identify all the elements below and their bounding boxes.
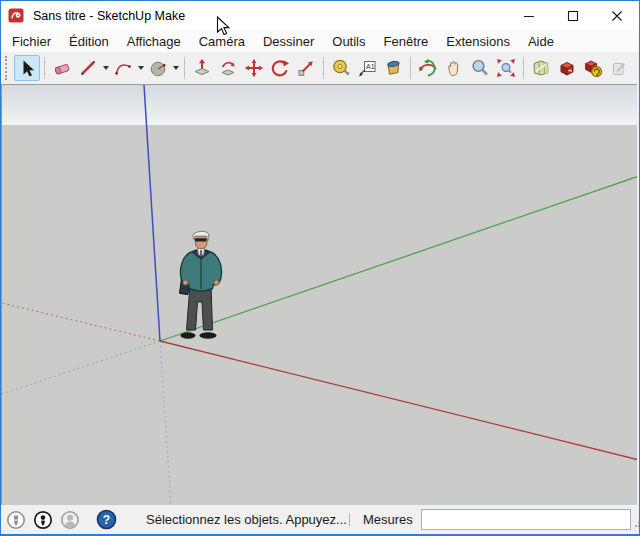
rotate-tool-button[interactable] xyxy=(267,55,293,81)
zoom-extents-tool-button[interactable] xyxy=(493,55,519,81)
circle-tool-button[interactable] xyxy=(145,55,171,81)
measurements-input[interactable] xyxy=(421,509,631,530)
scale-icon xyxy=(296,58,316,78)
blue-axis-dotted-line xyxy=(160,341,171,505)
status-bar: ? Sélectionnez les objets. Appuyez... Me… xyxy=(1,505,639,534)
menu-fenetre[interactable]: Fenêtre xyxy=(375,32,438,51)
close-icon xyxy=(611,10,623,22)
follow-me-tool-button[interactable] xyxy=(215,55,241,81)
send-to-layout-icon xyxy=(609,58,629,78)
tape-measure-tool-button[interactable] xyxy=(328,55,354,81)
menu-aide[interactable]: Aide xyxy=(519,32,563,51)
menu-bar: Fichier Édition Affichage Caméra Dessine… xyxy=(1,30,639,52)
drawing-axes xyxy=(2,85,637,505)
pan-hand-icon xyxy=(444,58,464,78)
sign-in-button[interactable] xyxy=(60,509,80,530)
window-title: Sans titre - SketchUp Make xyxy=(33,9,185,23)
maximize-icon xyxy=(567,10,579,22)
status-message: Sélectionnez les objets. Appuyez... xyxy=(146,512,347,527)
toolbar-separator xyxy=(184,57,185,79)
menu-dessiner[interactable]: Dessiner xyxy=(254,32,323,51)
sketchup-window: Sans titre - SketchUp Make Fichier Éditi… xyxy=(0,0,640,536)
push-pull-icon xyxy=(192,58,212,78)
line-tool-button[interactable] xyxy=(75,55,101,81)
share-model-icon xyxy=(583,58,603,78)
pan-tool-button[interactable] xyxy=(441,55,467,81)
scale-figure-person xyxy=(173,229,229,341)
maximize-button[interactable] xyxy=(551,1,595,30)
line-dropdown-caret-icon[interactable] xyxy=(101,55,110,81)
scale-tool-button[interactable] xyxy=(293,55,319,81)
credits-icon xyxy=(33,510,53,530)
move-tool-button[interactable] xyxy=(241,55,267,81)
paint-bucket-tool-button[interactable] xyxy=(380,55,406,81)
add-location-map-icon xyxy=(531,58,551,78)
menu-edition[interactable]: Édition xyxy=(60,32,118,51)
paint-bucket-icon xyxy=(383,58,403,78)
viewport-canvas[interactable] xyxy=(1,84,637,505)
select-tool-button[interactable] xyxy=(14,55,40,81)
circle-dropdown-caret-icon[interactable] xyxy=(171,55,180,81)
red-axis-dotted-line xyxy=(2,303,160,341)
eraser-tool-button[interactable] xyxy=(49,55,75,81)
credits-button[interactable] xyxy=(33,509,53,530)
menu-affichage[interactable]: Affichage xyxy=(118,32,190,51)
toolbar-separator xyxy=(44,57,45,79)
arc-dropdown-caret-icon[interactable] xyxy=(136,55,145,81)
menu-outils[interactable]: Outils xyxy=(323,32,374,51)
text-icon: A1 xyxy=(357,58,377,78)
share-model-button[interactable] xyxy=(580,55,606,81)
statusbar-separator xyxy=(349,513,350,526)
menu-camera[interactable]: Caméra xyxy=(190,32,254,51)
select-icon xyxy=(17,58,37,78)
red-axis-line xyxy=(160,341,637,460)
orbit-tool-button[interactable] xyxy=(415,55,441,81)
get-models-button[interactable] xyxy=(554,55,580,81)
blue-axis-line xyxy=(144,85,160,341)
user-avatar-icon xyxy=(60,510,80,530)
toolbar-separator xyxy=(523,57,524,79)
warehouse-cube-icon xyxy=(557,58,577,78)
sketchup-logo-icon xyxy=(8,7,25,24)
help-button[interactable]: ? xyxy=(96,509,117,530)
push-pull-tool-button[interactable] xyxy=(189,55,215,81)
send-to-layout-button[interactable] xyxy=(606,55,632,81)
tape-measure-icon xyxy=(331,58,351,78)
zoom-extents-icon xyxy=(496,58,516,78)
main-toolbar: A1 xyxy=(1,52,639,84)
geolocation-icon xyxy=(6,510,26,530)
resize-grip-icon xyxy=(635,518,640,527)
arc-icon xyxy=(113,58,133,78)
pencil-icon xyxy=(78,58,98,78)
green-axis-line xyxy=(160,176,637,341)
toolbar-separator xyxy=(323,57,324,79)
orbit-icon xyxy=(418,58,438,78)
zoom-tool-button[interactable] xyxy=(467,55,493,81)
menu-extensions[interactable]: Extensions xyxy=(437,32,519,51)
follow-me-icon xyxy=(218,58,238,78)
geolocation-button[interactable] xyxy=(6,509,26,530)
window-controls xyxy=(507,1,639,30)
green-axis-dotted-line xyxy=(2,341,160,394)
zoom-icon xyxy=(470,58,490,78)
toolbar-drag-handle[interactable] xyxy=(5,56,9,80)
move-icon xyxy=(244,58,264,78)
add-location-button[interactable] xyxy=(528,55,554,81)
help-icon: ? xyxy=(96,509,117,530)
measurements-group: Mesures xyxy=(347,509,640,530)
measurements-label: Mesures xyxy=(363,512,413,527)
text-tool-button[interactable]: A1 xyxy=(354,55,380,81)
menu-fichier[interactable]: Fichier xyxy=(3,32,60,51)
rotate-icon xyxy=(270,58,290,78)
circle-icon xyxy=(148,58,168,78)
svg-text:?: ? xyxy=(103,513,110,527)
minimize-icon xyxy=(523,10,535,22)
eraser-icon xyxy=(52,58,72,78)
toolbar-separator xyxy=(410,57,411,79)
arc-tool-button[interactable] xyxy=(110,55,136,81)
svg-text:A1: A1 xyxy=(366,63,375,70)
close-button[interactable] xyxy=(595,1,639,30)
title-bar[interactable]: Sans titre - SketchUp Make xyxy=(1,1,639,30)
resize-grip[interactable] xyxy=(635,518,640,530)
minimize-button[interactable] xyxy=(507,1,551,30)
